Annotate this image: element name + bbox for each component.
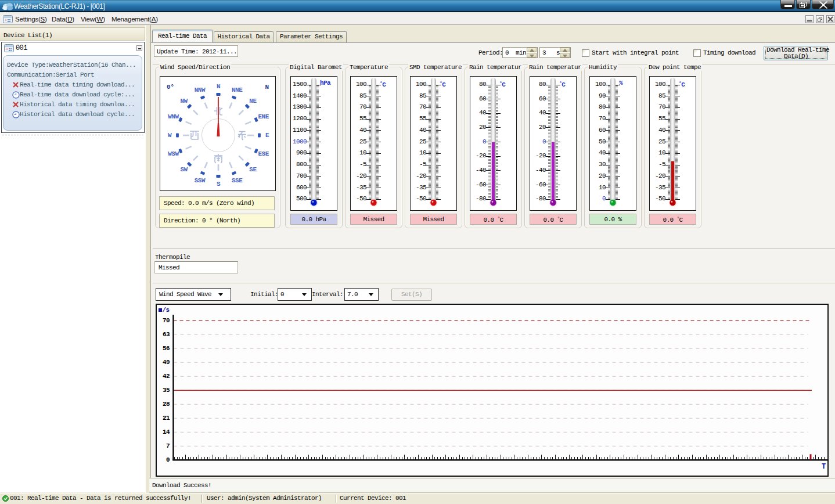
svg-text:+: + xyxy=(5,18,7,23)
svg-text:+: + xyxy=(6,47,8,52)
